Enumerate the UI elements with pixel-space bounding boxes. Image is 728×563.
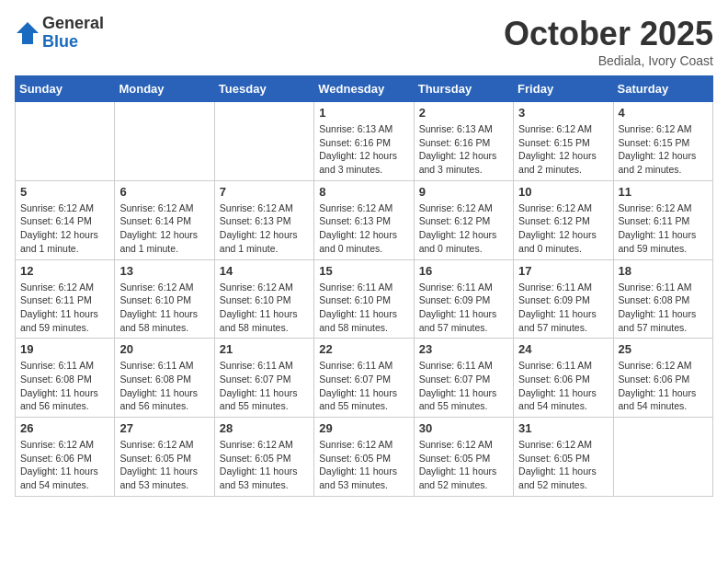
page-header: General Blue October 2025 Bediala, Ivory… (15, 15, 713, 68)
day-info: Sunrise: 6:12 AMSunset: 6:13 PMDaylight:… (319, 201, 408, 256)
logo-text: General Blue (42, 15, 104, 52)
day-info: Sunrise: 6:13 AMSunset: 6:16 PMDaylight:… (319, 122, 408, 177)
day-number: 13 (119, 264, 209, 278)
day-number: 20 (119, 342, 209, 356)
month-title: October 2025 (504, 15, 713, 53)
day-info: Sunrise: 6:11 AMSunset: 6:09 PMDaylight:… (419, 281, 508, 335)
calendar-table: Sunday Monday Tuesday Wednesday Thursday… (15, 75, 713, 497)
calendar-cell: 2Sunrise: 6:13 AMSunset: 6:16 PMDaylight… (414, 102, 513, 181)
calendar-cell: 7Sunrise: 6:12 AMSunset: 6:13 PMDaylight… (214, 180, 313, 259)
day-number: 27 (119, 421, 209, 435)
day-info: Sunrise: 6:12 AMSunset: 6:12 PMDaylight:… (518, 201, 608, 256)
calendar-cell (115, 102, 214, 181)
day-info: Sunrise: 6:11 AMSunset: 6:06 PMDaylight:… (518, 359, 608, 413)
day-info: Sunrise: 6:12 AMSunset: 6:05 PMDaylight:… (220, 438, 309, 492)
calendar-cell: 15Sunrise: 6:11 AMSunset: 6:10 PMDayligh… (314, 259, 414, 339)
svg-marker-0 (17, 22, 39, 44)
day-info: Sunrise: 6:11 AMSunset: 6:09 PMDaylight:… (518, 281, 608, 335)
calendar-cell: 18Sunrise: 6:11 AMSunset: 6:08 PMDayligh… (613, 259, 712, 339)
day-number: 25 (619, 342, 708, 356)
calendar-cell: 12Sunrise: 6:12 AMSunset: 6:11 PMDayligh… (16, 259, 115, 339)
calendar-cell: 28Sunrise: 6:12 AMSunset: 6:05 PMDayligh… (214, 418, 313, 497)
day-info: Sunrise: 6:12 AMSunset: 6:11 PMDaylight:… (619, 201, 708, 256)
day-number: 2 (419, 106, 508, 120)
day-info: Sunrise: 6:12 AMSunset: 6:15 PMDaylight:… (518, 122, 608, 177)
day-info: Sunrise: 6:11 AMSunset: 6:07 PMDaylight:… (220, 359, 309, 413)
day-number: 15 (319, 264, 408, 278)
header-saturday: Saturday (613, 76, 712, 102)
calendar-cell: 20Sunrise: 6:11 AMSunset: 6:08 PMDayligh… (115, 339, 214, 418)
calendar-cell: 8Sunrise: 6:12 AMSunset: 6:13 PMDaylight… (314, 180, 414, 259)
day-number: 8 (319, 185, 408, 199)
logo-icon (15, 20, 40, 46)
day-info: Sunrise: 6:12 AMSunset: 6:13 PMDaylight:… (220, 201, 309, 256)
day-number: 10 (518, 185, 608, 199)
header-friday: Friday (514, 76, 613, 102)
calendar-week-2: 5Sunrise: 6:12 AMSunset: 6:14 PMDaylight… (16, 180, 713, 259)
day-number: 11 (619, 185, 708, 199)
header-sunday: Sunday (16, 76, 115, 102)
calendar-cell: 11Sunrise: 6:12 AMSunset: 6:11 PMDayligh… (613, 180, 712, 259)
day-number: 18 (619, 264, 708, 278)
calendar-cell: 16Sunrise: 6:11 AMSunset: 6:09 PMDayligh… (414, 259, 513, 339)
day-info: Sunrise: 6:12 AMSunset: 6:05 PMDaylight:… (319, 438, 408, 492)
calendar-cell: 19Sunrise: 6:11 AMSunset: 6:08 PMDayligh… (16, 339, 115, 418)
calendar-week-1: 1Sunrise: 6:13 AMSunset: 6:16 PMDaylight… (16, 102, 713, 181)
day-number: 3 (518, 106, 608, 120)
header-monday: Monday (115, 76, 214, 102)
calendar-cell: 30Sunrise: 6:12 AMSunset: 6:05 PMDayligh… (414, 418, 513, 497)
day-info: Sunrise: 6:12 AMSunset: 6:06 PMDaylight:… (619, 359, 708, 413)
day-number: 12 (20, 264, 109, 278)
calendar-cell: 21Sunrise: 6:11 AMSunset: 6:07 PMDayligh… (214, 339, 313, 418)
calendar-cell: 1Sunrise: 6:13 AMSunset: 6:16 PMDaylight… (314, 102, 414, 181)
calendar-cell: 9Sunrise: 6:12 AMSunset: 6:12 PMDaylight… (414, 180, 513, 259)
day-info: Sunrise: 6:11 AMSunset: 6:07 PMDaylight:… (419, 359, 508, 413)
calendar-cell (613, 418, 712, 497)
day-number: 19 (20, 342, 109, 356)
day-info: Sunrise: 6:11 AMSunset: 6:07 PMDaylight:… (319, 359, 408, 413)
calendar-cell: 29Sunrise: 6:12 AMSunset: 6:05 PMDayligh… (314, 418, 414, 497)
day-info: Sunrise: 6:12 AMSunset: 6:05 PMDaylight:… (518, 438, 608, 492)
calendar-cell: 10Sunrise: 6:12 AMSunset: 6:12 PMDayligh… (514, 180, 613, 259)
day-number: 24 (518, 342, 608, 356)
day-number: 30 (419, 421, 508, 435)
day-number: 7 (220, 185, 309, 199)
day-number: 14 (220, 264, 309, 278)
logo: General Blue (15, 15, 104, 52)
day-number: 16 (419, 264, 508, 278)
day-info: Sunrise: 6:12 AMSunset: 6:05 PMDaylight:… (119, 438, 209, 492)
day-info: Sunrise: 6:12 AMSunset: 6:10 PMDaylight:… (220, 281, 309, 335)
day-info: Sunrise: 6:11 AMSunset: 6:08 PMDaylight:… (619, 281, 708, 335)
calendar-cell: 31Sunrise: 6:12 AMSunset: 6:05 PMDayligh… (514, 418, 613, 497)
header-thursday: Thursday (414, 76, 513, 102)
day-number: 29 (319, 421, 408, 435)
day-info: Sunrise: 6:12 AMSunset: 6:14 PMDaylight:… (20, 201, 109, 256)
calendar-cell: 24Sunrise: 6:11 AMSunset: 6:06 PMDayligh… (514, 339, 613, 418)
day-number: 23 (419, 342, 508, 356)
day-number: 1 (319, 106, 408, 120)
day-number: 28 (220, 421, 309, 435)
day-number: 31 (518, 421, 608, 435)
title-area: October 2025 Bediala, Ivory Coast (504, 15, 713, 68)
day-info: Sunrise: 6:12 AMSunset: 6:06 PMDaylight:… (20, 438, 109, 492)
calendar-week-3: 12Sunrise: 6:12 AMSunset: 6:11 PMDayligh… (16, 259, 713, 339)
calendar-cell: 25Sunrise: 6:12 AMSunset: 6:06 PMDayligh… (613, 339, 712, 418)
day-number: 21 (220, 342, 309, 356)
day-number: 5 (20, 185, 109, 199)
day-info: Sunrise: 6:12 AMSunset: 6:11 PMDaylight:… (20, 281, 109, 335)
day-info: Sunrise: 6:11 AMSunset: 6:08 PMDaylight:… (20, 359, 109, 413)
location-subtitle: Bediala, Ivory Coast (504, 53, 713, 68)
calendar-cell (214, 102, 313, 181)
calendar-cell: 22Sunrise: 6:11 AMSunset: 6:07 PMDayligh… (314, 339, 414, 418)
calendar-cell (16, 102, 115, 181)
day-info: Sunrise: 6:12 AMSunset: 6:14 PMDaylight:… (119, 201, 209, 256)
day-number: 6 (119, 185, 209, 199)
day-info: Sunrise: 6:12 AMSunset: 6:10 PMDaylight:… (119, 281, 209, 335)
header-wednesday: Wednesday (314, 76, 414, 102)
day-number: 17 (518, 264, 608, 278)
calendar-cell: 4Sunrise: 6:12 AMSunset: 6:15 PMDaylight… (613, 102, 712, 181)
calendar-cell: 17Sunrise: 6:11 AMSunset: 6:09 PMDayligh… (514, 259, 613, 339)
day-info: Sunrise: 6:11 AMSunset: 6:10 PMDaylight:… (319, 281, 408, 335)
calendar-cell: 6Sunrise: 6:12 AMSunset: 6:14 PMDaylight… (115, 180, 214, 259)
header-tuesday: Tuesday (214, 76, 313, 102)
